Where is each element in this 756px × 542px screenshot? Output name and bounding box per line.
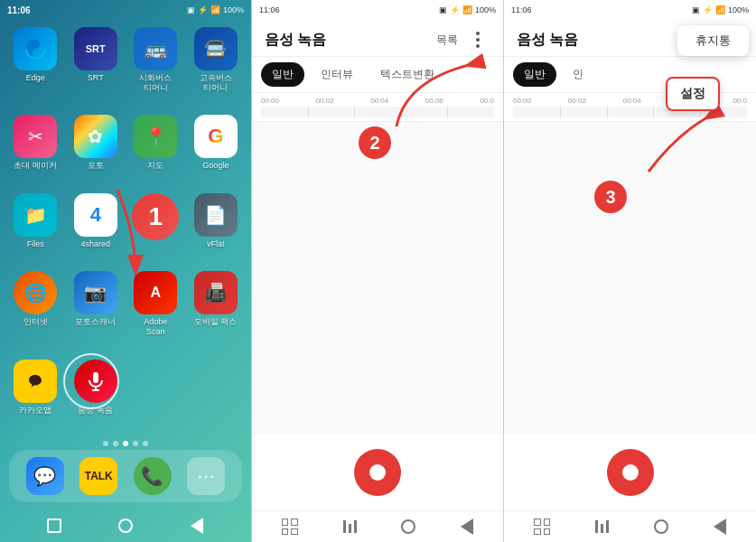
app-files[interactable]: 📁 Files [9, 193, 62, 264]
app-grid: Edge SRT SRT 🚌 시화버스티머니 🚍 고속버스티머니 ✂ 초대 메이… [0, 20, 251, 437]
middle-nav [252, 510, 503, 542]
page-dots [0, 437, 251, 450]
middle-status-bar: 11:06 ▣ ⚡ 📶 100% [252, 0, 503, 20]
app-edge-label: Edge [26, 73, 45, 83]
right-nav-expand[interactable] [534, 519, 550, 535]
right-nav-bars[interactable] [595, 520, 609, 533]
app-poscan[interactable]: 📷 포토스캐너 [70, 271, 123, 351]
middle-record-btn-container [252, 435, 503, 510]
app-circle1-placeholder: 1 [129, 193, 182, 264]
right-nav [504, 510, 756, 542]
nav-expand-btn[interactable] [282, 519, 298, 535]
right-tab-normal[interactable]: 일반 [513, 62, 556, 87]
dock-phone[interactable]: 📞 [134, 457, 172, 495]
middle-timeline: 00:00 00:02 00:04 00:06 00:0 [252, 93, 503, 122]
app-bus1[interactable]: 🚌 시화버스티머니 [129, 27, 182, 107]
app-vflat-label: vFlat [207, 239, 225, 249]
right-nav-back[interactable] [714, 519, 726, 535]
app-poscan-label: 포토스캐너 [75, 317, 116, 327]
tab-interview[interactable]: 인터뷰 [310, 62, 364, 87]
middle-title: 음성 녹음 [265, 31, 326, 50]
app-bus2-label: 고속버스티머니 [200, 73, 232, 93]
middle-time: 11:06 [259, 5, 280, 14]
context-menu-trash[interactable]: 휴지통 [695, 33, 731, 47]
middle-status-icons: ▣ ⚡ 📶 100% [439, 5, 496, 14]
right-expand-icon [534, 519, 550, 535]
timeline-labels: 00:00 00:02 00:04 00:06 00:0 [261, 97, 494, 105]
left-nav-bar [0, 509, 251, 542]
dock-messenger[interactable]: 💬 [26, 457, 64, 495]
middle-menu-label[interactable]: 목록 [436, 33, 458, 48]
app-mobilefax-label: 모바일 팩스 [194, 317, 238, 327]
left-time: 11:06 [7, 5, 31, 15]
expand-icon [282, 519, 298, 535]
right-record-button[interactable] [607, 449, 654, 496]
nav-back-btn[interactable] [186, 515, 208, 537]
app-photos[interactable]: ✿ 포토 [70, 115, 123, 185]
nav-bars-btn[interactable] [343, 520, 357, 533]
tab-normal[interactable]: 일반 [261, 62, 304, 87]
middle-record-button[interactable] [354, 449, 401, 496]
step-circle-3: 3 [594, 181, 627, 213]
three-dots-icon [476, 32, 480, 48]
dock-kakaotalk[interactable]: TALK [79, 457, 117, 495]
app-internet-label: 인터넷 [23, 317, 48, 327]
app-adobescan-label: AdobeScan [144, 317, 167, 337]
app-maps[interactable]: 📍 지도 [129, 115, 182, 185]
app-srt-label: SRT [88, 73, 104, 83]
app-internet[interactable]: 🌐 인터넷 [9, 271, 62, 351]
nav-back-middle[interactable] [461, 519, 473, 535]
app-photos-label: 포토 [88, 161, 104, 171]
middle-more-btn[interactable] [465, 27, 490, 52]
nav-home-btn[interactable] [115, 515, 136, 537]
phone-middle-panel: 11:06 ▣ ⚡ 📶 100% 음성 녹음 목록 일반 인터뷰 텍스트변환 [251, 0, 504, 542]
right-record-btn-container [504, 435, 756, 510]
app-kakao-label: 카카오맵 [19, 406, 51, 416]
app-voicerec[interactable]: 음성 녹음 [70, 360, 123, 430]
app-bus2[interactable]: 🚍 고속버스티머니 [190, 27, 243, 107]
middle-header: 음성 녹음 목록 [252, 20, 503, 57]
left-status-bar: 11:06 ▣ ⚡ 📶 100% [0, 0, 251, 20]
middle-recording-area [252, 122, 503, 435]
svg-rect-1 [93, 372, 98, 383]
app-adobescan[interactable]: A AdobeScan [129, 271, 182, 351]
right-tab-interview[interactable]: 인 [562, 62, 594, 87]
app-bus1-label: 시화버스티머니 [139, 73, 172, 93]
app-4shared[interactable]: 4 4shared [70, 193, 123, 264]
timeline-ruler [261, 107, 494, 117]
right-status-icons: ▣ ⚡ 📶 100% [692, 5, 749, 14]
bottom-dock: 💬 TALK 📞 ⋯ [9, 450, 242, 502]
app-google-label: Google [202, 161, 229, 171]
settings-tooltip: 설정 [666, 77, 720, 111]
nav-home-middle[interactable] [401, 519, 415, 534]
right-title: 음성 녹음 [517, 31, 578, 50]
app-maps-label: 지도 [147, 161, 163, 171]
right-status-bar: 11:06 ▣ ⚡ 📶 100% [504, 0, 756, 20]
step-circle-1: 1 [132, 193, 179, 240]
app-kakao[interactable]: 카카오맵 [9, 360, 62, 430]
app-google[interactable]: G Google [190, 115, 243, 185]
left-status-icons: ▣ ⚡ 📶 100% [187, 5, 244, 14]
right-recording-area [504, 122, 756, 435]
phone-right-panel: 11:06 ▣ ⚡ 📶 100% 음성 녹음 휴지통 일반 인 [504, 0, 756, 542]
app-edge[interactable]: Edge [9, 27, 62, 107]
step-circle-2: 2 [359, 126, 391, 159]
app-choidm-label: 초대 메이커 [14, 161, 57, 171]
app-choidm[interactable]: ✂ 초대 메이커 [9, 115, 62, 185]
record-inner [369, 464, 386, 481]
context-menu-popup: 휴지통 [677, 25, 749, 56]
phone-left-panel: 11:06 ▣ ⚡ 📶 100% Edge SRT SRT 🚌 시화버스티머니 [0, 0, 251, 542]
app-vflat[interactable]: 📄 vFlat [190, 193, 243, 264]
right-nav-home[interactable] [654, 519, 668, 534]
right-time: 11:06 [511, 5, 532, 14]
dock-apps[interactable]: ⋯ [187, 457, 225, 495]
right-record-inner [622, 464, 639, 481]
app-files-label: Files [27, 239, 44, 249]
nav-recent-btn[interactable] [43, 515, 65, 537]
middle-tabs: 일반 인터뷰 텍스트변환 [252, 57, 503, 93]
app-srt[interactable]: SRT SRT [70, 27, 123, 107]
app-4shared-label: 4shared [80, 239, 110, 249]
app-mobilefax[interactable]: 📠 모바일 팩스 [190, 271, 243, 351]
tab-text-convert[interactable]: 텍스트변환 [369, 62, 445, 87]
